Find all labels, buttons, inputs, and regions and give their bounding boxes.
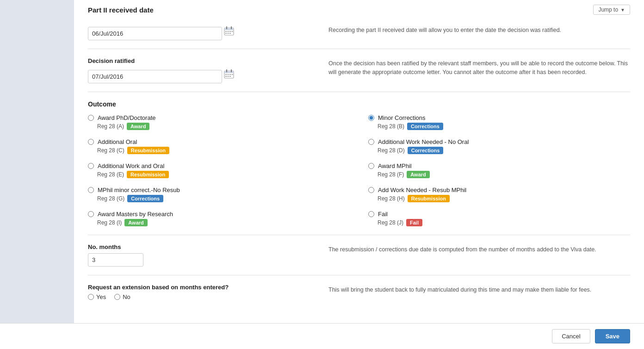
svg-rect-5 bbox=[225, 31, 227, 32]
part-received-row: Recording the part II received date will… bbox=[88, 24, 630, 40]
outcome-radio-additional-oral[interactable] bbox=[88, 139, 94, 145]
outcome-reg-award-phd: Reg 28 (A) bbox=[97, 123, 124, 130]
outcome-radio-award-phd[interactable] bbox=[88, 115, 94, 121]
divider-3 bbox=[88, 235, 630, 235]
outcome-additional-work-oral-row: Additional Work and Oral bbox=[88, 162, 350, 169]
outcome-text-minor-corrections: Minor Corrections bbox=[378, 114, 426, 121]
outcome-radio-minor-corrections[interactable] bbox=[368, 115, 374, 121]
svg-rect-10 bbox=[227, 33, 229, 34]
outcome-radio-additional-work-no-oral[interactable] bbox=[368, 139, 374, 145]
page-wrapper: Part II received date Jump to ▼ bbox=[0, 0, 644, 349]
outcome-additional-oral-row: Additional Oral bbox=[88, 138, 350, 145]
outcome-text-fail: Fail bbox=[378, 211, 388, 218]
svg-rect-18 bbox=[227, 74, 229, 75]
outcome-sub-minor-corrections: Reg 28 (B) Corrections bbox=[368, 123, 630, 130]
badge-award-mphil: Award bbox=[407, 171, 429, 178]
decision-ratified-left: Decision ratified bbox=[88, 57, 310, 83]
svg-rect-6 bbox=[227, 31, 229, 32]
decision-ratified-calendar-icon[interactable] bbox=[224, 69, 234, 80]
part-received-input[interactable] bbox=[88, 27, 222, 40]
svg-rect-21 bbox=[225, 76, 227, 77]
badge-additional-oral: Resubmission bbox=[127, 147, 169, 154]
outcome-add-work-resub-mphil-row: Add Work Needed - Resub MPhil bbox=[368, 187, 630, 193]
badge-award-phd: Award bbox=[127, 123, 149, 130]
outcome-item-add-work-resub-mphil: Add Work Needed - Resub MPhil Reg 28 (H)… bbox=[368, 187, 630, 202]
outcome-minor-corrections-row: Minor Corrections bbox=[368, 114, 630, 121]
badge-additional-work-oral: Resubmission bbox=[127, 171, 169, 178]
outcome-text-add-work-resub-mphil: Add Work Needed - Resub MPhil bbox=[378, 187, 466, 193]
extension-help: This will bring the student back to full… bbox=[328, 284, 630, 300]
extension-no-option[interactable]: No bbox=[114, 293, 130, 300]
no-months-help: The resubmission / corrections due date … bbox=[328, 243, 630, 267]
outcome-radio-mphil-minor[interactable] bbox=[88, 187, 94, 193]
jump-to-caret: ▼ bbox=[620, 7, 625, 12]
outcome-reg-add-work-resub-mphil: Reg 28 (H) bbox=[378, 195, 405, 202]
extension-label: Request an extension based on months ent… bbox=[88, 284, 310, 291]
badge-award-masters: Award bbox=[124, 219, 147, 226]
outcome-reg-award-masters: Reg 28 (I) bbox=[97, 219, 122, 226]
extension-left: Request an extension based on months ent… bbox=[88, 284, 310, 300]
svg-rect-14 bbox=[224, 72, 234, 73]
outcome-sub-fail: Reg 28 (J) Fail bbox=[368, 219, 630, 226]
outcome-radio-add-work-resub-mphil[interactable] bbox=[368, 187, 374, 193]
outcome-additional-work-no-oral-row: Additional Work Needed - No Oral bbox=[368, 138, 630, 145]
svg-rect-9 bbox=[225, 33, 227, 34]
no-months-input[interactable] bbox=[88, 253, 143, 267]
outcome-radio-fail[interactable] bbox=[368, 211, 374, 217]
outcome-label: Outcome bbox=[88, 100, 630, 108]
outcome-sub-award-mphil: Reg 28 (F) Award bbox=[368, 171, 630, 178]
outcome-award-phd-row: Award PhD/Doctorate bbox=[88, 114, 350, 121]
outcome-reg-minor-corrections: Reg 28 (B) bbox=[378, 123, 404, 130]
extension-yes-label: Yes bbox=[96, 293, 106, 300]
section-header: Part II received date Jump to ▼ bbox=[88, 5, 630, 19]
part-received-left bbox=[88, 24, 310, 40]
decision-ratified-help: Once the decision has been ratified by t… bbox=[328, 57, 630, 83]
calendar-svg bbox=[224, 26, 234, 36]
divider-2 bbox=[88, 92, 630, 92]
cancel-button[interactable]: Cancel bbox=[552, 329, 590, 343]
badge-fail: Fail bbox=[406, 219, 422, 226]
jump-to-label: Jump to bbox=[598, 6, 618, 13]
outcome-reg-award-mphil: Reg 28 (F) bbox=[378, 171, 404, 178]
part-received-title: Part II received date bbox=[88, 6, 154, 14]
outcome-item-award-masters: Award Masters by Research Reg 28 (I) Awa… bbox=[88, 211, 350, 226]
outcome-item-mphil-minor: MPhil minor correct.-No Resub Reg 28 (G)… bbox=[88, 187, 350, 202]
outcome-text-award-phd: Award PhD/Doctorate bbox=[98, 114, 156, 121]
outcome-award-mphil-row: Award MPhil bbox=[368, 162, 630, 169]
outcome-text-additional-oral: Additional Oral bbox=[98, 138, 137, 145]
part-received-calendar-icon[interactable] bbox=[224, 26, 234, 37]
jump-to-button[interactable]: Jump to ▼ bbox=[593, 5, 630, 15]
outcome-text-additional-work-oral: Additional Work and Oral bbox=[98, 162, 164, 169]
extension-yes-option[interactable]: Yes bbox=[88, 293, 106, 300]
outcome-text-mphil-minor: MPhil minor correct.-No Resub bbox=[98, 187, 180, 193]
no-months-label: No. months bbox=[88, 243, 310, 250]
svg-rect-22 bbox=[227, 76, 229, 77]
outcome-radio-award-masters[interactable] bbox=[88, 211, 94, 217]
outcome-fail-row: Fail bbox=[368, 211, 630, 218]
extension-radio-no[interactable] bbox=[114, 294, 120, 300]
outcome-reg-additional-oral: Reg 28 (C) bbox=[97, 147, 124, 154]
outcome-item-minor-corrections: Minor Corrections Reg 28 (B) Corrections bbox=[368, 114, 630, 130]
save-button[interactable]: Save bbox=[595, 329, 630, 343]
outcome-sub-add-work-resub-mphil: Reg 28 (H) Resubmission bbox=[368, 195, 630, 202]
outcome-item-additional-work-oral: Additional Work and Oral Reg 28 (E) Resu… bbox=[88, 162, 350, 178]
outcome-text-award-masters: Award Masters by Research bbox=[98, 211, 173, 218]
outcome-text-award-mphil: Award MPhil bbox=[378, 162, 412, 169]
outcome-item-fail: Fail Reg 28 (J) Fail bbox=[368, 211, 630, 226]
outcome-col-left: Award PhD/Doctorate Reg 28 (A) Award Add… bbox=[88, 114, 350, 226]
divider-4 bbox=[88, 275, 630, 275]
badge-mphil-minor: Corrections bbox=[127, 195, 163, 202]
outcome-award-masters-row: Award Masters by Research bbox=[88, 211, 350, 218]
extension-radio-yes[interactable] bbox=[88, 294, 94, 300]
decision-ratified-input[interactable] bbox=[88, 70, 222, 83]
divider-1 bbox=[88, 49, 630, 49]
outcome-reg-additional-work-no-oral: Reg 28 (D) bbox=[378, 147, 405, 154]
outcome-radio-additional-work-oral[interactable] bbox=[88, 163, 94, 169]
svg-rect-19 bbox=[229, 74, 231, 75]
svg-rect-8 bbox=[231, 31, 233, 32]
outcome-radio-award-mphil[interactable] bbox=[368, 163, 374, 169]
outcome-mphil-minor-row: MPhil minor correct.-No Resub bbox=[88, 187, 350, 193]
footer-bar: Cancel Save bbox=[0, 323, 644, 349]
outcome-reg-fail: Reg 28 (J) bbox=[378, 219, 403, 226]
no-months-left: No. months bbox=[88, 243, 310, 267]
